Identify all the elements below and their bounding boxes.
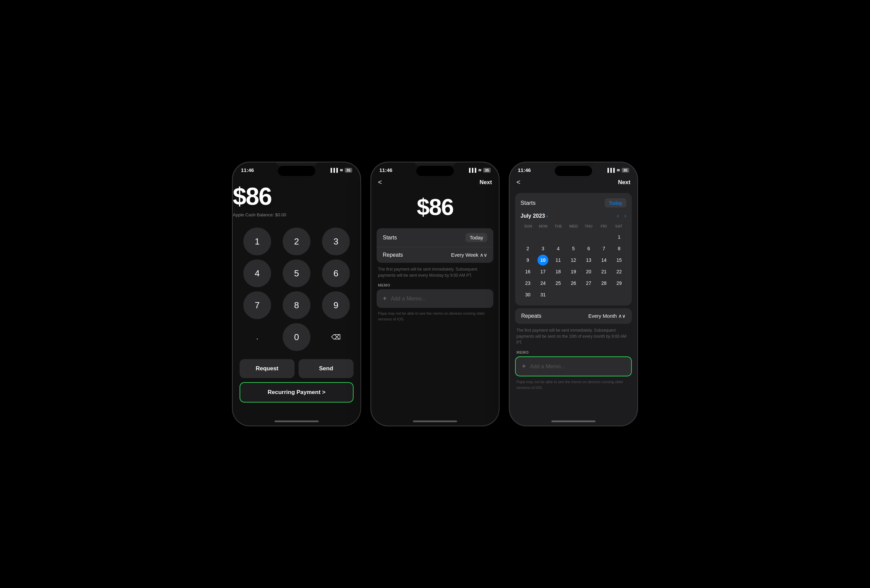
numpad-2[interactable]: 2: [283, 227, 310, 255]
repeats-section-3: Repeats Every Month ∧∨: [515, 308, 632, 324]
memo-label-3: MEMO: [517, 350, 630, 354]
memo-placeholder-3: Add a Memo...: [530, 364, 565, 370]
cal-day-17[interactable]: 17: [538, 266, 548, 277]
numpad-0[interactable]: 0: [283, 323, 310, 351]
numpad-5[interactable]: 5: [283, 260, 310, 287]
memo-plus-icon-2: +: [383, 295, 387, 303]
cal-day-9[interactable]: 9: [522, 255, 533, 266]
cal-day-12[interactable]: 12: [568, 255, 579, 266]
battery-icon-2: 35: [483, 168, 491, 172]
memo-placeholder-2: Add a Memo...: [391, 296, 426, 302]
starts-value-2[interactable]: Today: [466, 233, 487, 242]
cal-day-22[interactable]: 22: [614, 266, 625, 277]
cal-day-23[interactable]: 23: [522, 278, 533, 288]
time-2: 11:46: [379, 167, 392, 173]
numpad-1: 1 2 3 4 5 6 7 8 9 . 0 ⌫: [233, 227, 361, 351]
weekday-fri: FRI: [596, 223, 611, 230]
next-button-3[interactable]: Next: [618, 179, 630, 186]
phone-3: 11:46 ▐▐▐ ≋ 35 < Next Starts Today: [509, 162, 638, 426]
memo-field-3[interactable]: + Add a Memo...: [515, 356, 632, 376]
numpad-4[interactable]: 4: [243, 260, 271, 287]
repeats-row-2[interactable]: Repeats Every Week ∧∨: [377, 247, 493, 263]
numpad-8[interactable]: 8: [283, 291, 310, 319]
info-text-3: The first payment will be sent immediate…: [517, 327, 630, 346]
numpad-6[interactable]: 6: [322, 260, 350, 287]
memo-plus-icon-3: +: [522, 362, 526, 370]
cal-day-27[interactable]: 27: [583, 278, 594, 288]
settings-section-2: Starts Today Repeats Every Week ∧∨: [377, 228, 493, 263]
home-indicator-3: [551, 420, 596, 422]
cal-day-21[interactable]: 21: [599, 266, 609, 277]
nav-bar-3: < Next: [509, 176, 637, 190]
balance-1: Apple Cash Balance: $0.00: [233, 212, 361, 217]
cal-day-10[interactable]: 10: [538, 255, 548, 266]
amount-2: $86: [371, 194, 499, 220]
status-icons-1: ▐▐▐ ≋ 35: [329, 168, 352, 172]
cal-day-26[interactable]: 26: [568, 278, 579, 288]
cal-day-14[interactable]: 14: [599, 255, 609, 266]
cal-day-15[interactable]: 15: [614, 255, 625, 266]
cal-day-20[interactable]: 20: [583, 266, 594, 277]
recurring-payment-button[interactable]: Recurring Payment >: [240, 382, 353, 402]
memo-field-2[interactable]: + Add a Memo...: [377, 289, 493, 308]
next-month-button[interactable]: ›: [624, 212, 626, 220]
phone-1: 11:46 ▐▐▐ ≋ 35 $86 Apple Cash Balance: $…: [232, 162, 361, 426]
calendar-starts-label: Starts: [520, 200, 535, 206]
prev-month-button[interactable]: ‹: [617, 212, 619, 220]
request-button[interactable]: Request: [240, 359, 295, 378]
cal-day-1[interactable]: 1: [614, 232, 625, 242]
starts-label-2: Starts: [383, 235, 397, 241]
cal-day-6[interactable]: 6: [583, 243, 594, 254]
cal-day-31[interactable]: 31: [538, 289, 548, 300]
month-title[interactable]: July 2023 ›: [520, 213, 548, 219]
info-text-2: The first payment will be sent immediate…: [378, 266, 492, 278]
signal-icon-2: ▐▐▐: [468, 168, 477, 172]
numpad-9[interactable]: 9: [322, 291, 350, 319]
cal-day-18[interactable]: 18: [553, 266, 564, 277]
month-chevron-icon: ›: [546, 213, 548, 219]
calendar-section: Starts Today July 2023 › ‹ ›: [515, 193, 632, 306]
cal-day-11[interactable]: 11: [553, 255, 564, 266]
amount-1: $86: [233, 183, 361, 210]
numpad-dot[interactable]: .: [243, 323, 271, 351]
weekday-sat: SAT: [611, 223, 626, 230]
signal-icon-3: ▐▐▐: [606, 168, 615, 172]
cal-day-28[interactable]: 28: [599, 278, 609, 288]
cal-day-16[interactable]: 16: [522, 266, 533, 277]
cal-day-29[interactable]: 29: [614, 278, 625, 288]
phone-2: 11:46 ▐▐▐ ≋ 35 < Next $86 Starts: [371, 162, 499, 426]
numpad-7[interactable]: 7: [243, 291, 271, 319]
status-icons-2: ▐▐▐ ≋ 35: [468, 168, 491, 172]
cal-day-24[interactable]: 24: [538, 278, 548, 288]
cal-day-2[interactable]: 2: [522, 243, 533, 254]
repeats-row-3[interactable]: Repeats Every Month ∧∨: [515, 308, 632, 324]
cal-day-3[interactable]: 3: [538, 243, 548, 254]
cal-day-19[interactable]: 19: [568, 266, 579, 277]
wifi-icon-1: ≋: [340, 168, 343, 172]
starts-row-2[interactable]: Starts Today: [377, 228, 493, 247]
numpad-1[interactable]: 1: [243, 227, 271, 255]
send-button[interactable]: Send: [299, 359, 353, 378]
next-button-2[interactable]: Next: [480, 179, 492, 186]
cal-day-7[interactable]: 7: [599, 243, 609, 254]
cal-day-13[interactable]: 13: [583, 255, 594, 266]
time-3: 11:46: [518, 167, 531, 173]
cal-day-25[interactable]: 25: [553, 278, 564, 288]
repeats-value-2[interactable]: Every Week ∧∨: [451, 252, 487, 258]
weekday-sun: SUN: [520, 223, 536, 230]
backspace-button[interactable]: ⌫: [322, 323, 350, 351]
cal-day-5[interactable]: 5: [568, 243, 579, 254]
dynamic-island-3: [555, 166, 592, 176]
wifi-icon-2: ≋: [478, 168, 481, 172]
repeats-value-3[interactable]: Every Month ∧∨: [588, 313, 626, 319]
weekday-tue: TUE: [551, 223, 566, 230]
cal-day-4[interactable]: 4: [553, 243, 564, 254]
calendar-grid: 1 2 3 4 5 6 7 8 9 10 11 12 13: [520, 232, 626, 300]
memo-label-2: MEMO: [378, 283, 492, 287]
cal-day-8[interactable]: 8: [614, 243, 625, 254]
back-button-2[interactable]: <: [378, 178, 382, 186]
cal-day-30[interactable]: 30: [522, 289, 533, 300]
calendar-today-button[interactable]: Today: [605, 198, 626, 208]
back-button-3[interactable]: <: [517, 178, 520, 186]
numpad-3[interactable]: 3: [322, 227, 350, 255]
